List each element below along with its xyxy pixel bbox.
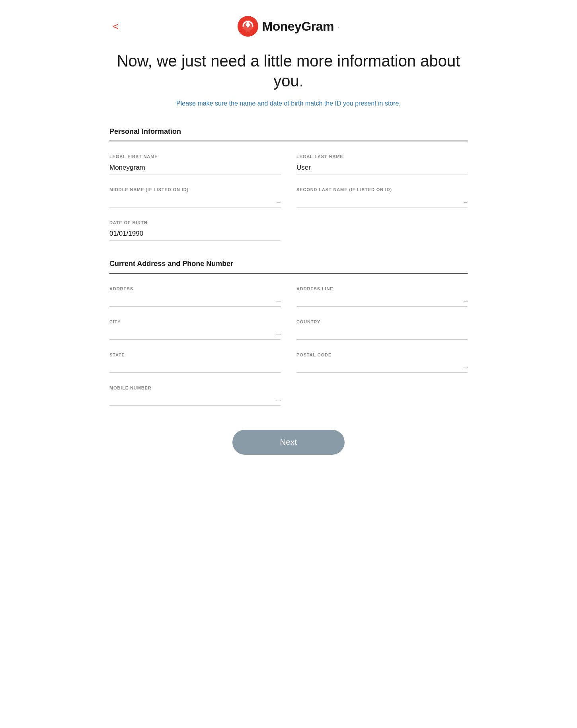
mobile-number-field: MOBILE NUMBER ⎵ bbox=[109, 386, 281, 406]
dob-input[interactable] bbox=[109, 227, 281, 241]
dob-row: DATE OF BIRTH bbox=[109, 220, 468, 241]
postal-code-field: POSTAL CODE ⎵ bbox=[296, 352, 468, 373]
country-label: COUNTRY bbox=[296, 319, 468, 324]
postal-code-icon: ⎵ bbox=[464, 362, 468, 370]
address-line-icon: ⎵ bbox=[464, 296, 468, 303]
page-title: Now, we just need a little more informat… bbox=[109, 51, 468, 91]
state-input[interactable] bbox=[109, 360, 281, 373]
address-icon: ⎵ bbox=[277, 296, 281, 303]
second-last-name-icon: ⎵ bbox=[464, 197, 468, 204]
address-section-title: Current Address and Phone Number bbox=[109, 260, 468, 274]
second-last-name-field: SECOND LAST NAME (IF LISTED ON ID) ⎵ bbox=[296, 187, 468, 207]
mobile-number-input[interactable] bbox=[109, 393, 281, 406]
middle-name-wrapper: ⎵ bbox=[109, 194, 281, 207]
city-field: CITY ⎵ bbox=[109, 319, 281, 340]
middle-name-icon: ⎵ bbox=[277, 197, 281, 204]
legal-last-name-field: LEGAL LAST NAME bbox=[296, 154, 468, 174]
city-label: CITY bbox=[109, 319, 281, 324]
legal-last-name-input[interactable] bbox=[296, 161, 468, 174]
second-last-name-input[interactable] bbox=[296, 194, 468, 207]
city-input[interactable] bbox=[109, 327, 281, 340]
address-wrapper: ⎵ bbox=[109, 294, 281, 307]
address-section: Current Address and Phone Number ADDRESS… bbox=[109, 260, 468, 406]
header: < MoneyGram. bbox=[109, 16, 468, 37]
country-wrapper bbox=[296, 327, 468, 340]
next-button-container: Next bbox=[109, 430, 468, 455]
postal-code-wrapper: ⎵ bbox=[296, 360, 468, 373]
state-field: STATE bbox=[109, 352, 281, 373]
country-input[interactable] bbox=[296, 327, 468, 340]
legal-first-name-label: LEGAL FIRST NAME bbox=[109, 154, 281, 159]
postal-code-label: POSTAL CODE bbox=[296, 352, 468, 357]
personal-information-section: Personal Information LEGAL FIRST NAME LE… bbox=[109, 127, 468, 241]
address-line-input[interactable] bbox=[296, 294, 468, 307]
state-label: STATE bbox=[109, 352, 281, 357]
personal-info-section-title: Personal Information bbox=[109, 127, 468, 141]
legal-first-name-field: LEGAL FIRST NAME bbox=[109, 154, 281, 174]
mobile-number-label: MOBILE NUMBER bbox=[109, 386, 281, 390]
state-wrapper bbox=[109, 360, 281, 373]
dob-wrapper bbox=[109, 227, 281, 241]
logo-dot: . bbox=[338, 23, 339, 30]
dob-field: DATE OF BIRTH bbox=[109, 220, 281, 241]
second-last-name-label: SECOND LAST NAME (IF LISTED ON ID) bbox=[296, 187, 468, 192]
address-line-label: ADDRESS LINE bbox=[296, 286, 468, 291]
address-field: ADDRESS ⎵ bbox=[109, 286, 281, 307]
legal-last-name-wrapper bbox=[296, 161, 468, 174]
legal-last-name-label: LEGAL LAST NAME bbox=[296, 154, 468, 159]
moneygram-logo-icon bbox=[238, 16, 258, 37]
city-country-row: CITY ⎵ COUNTRY bbox=[109, 319, 468, 340]
dob-label: DATE OF BIRTH bbox=[109, 220, 281, 225]
city-icon: ⎵ bbox=[277, 329, 281, 337]
postal-code-input[interactable] bbox=[296, 360, 468, 373]
middle-name-input[interactable] bbox=[109, 194, 281, 207]
state-postal-row: STATE POSTAL CODE ⎵ bbox=[109, 352, 468, 373]
address-input[interactable] bbox=[109, 294, 281, 307]
mobile-row: MOBILE NUMBER ⎵ bbox=[109, 386, 468, 406]
mobile-number-icon: ⎵ bbox=[277, 395, 281, 403]
legal-first-name-input[interactable] bbox=[109, 161, 281, 174]
next-button[interactable]: Next bbox=[232, 430, 345, 455]
logo: MoneyGram. bbox=[238, 16, 340, 37]
back-button[interactable]: < bbox=[109, 20, 122, 33]
address-line-field: ADDRESS LINE ⎵ bbox=[296, 286, 468, 307]
middle-name-field: MIDDLE NAME (IF LISTED ON ID) ⎵ bbox=[109, 187, 281, 207]
country-field: COUNTRY bbox=[296, 319, 468, 340]
second-last-name-wrapper: ⎵ bbox=[296, 194, 468, 207]
logo-text: MoneyGram bbox=[262, 19, 334, 34]
address-label: ADDRESS bbox=[109, 286, 281, 291]
address-row: ADDRESS ⎵ ADDRESS LINE ⎵ bbox=[109, 286, 468, 307]
city-wrapper: ⎵ bbox=[109, 327, 281, 340]
middle-name-label: MIDDLE NAME (IF LISTED ON ID) bbox=[109, 187, 281, 192]
name-row: LEGAL FIRST NAME LEGAL LAST NAME bbox=[109, 154, 468, 174]
middle-second-row: MIDDLE NAME (IF LISTED ON ID) ⎵ SECOND L… bbox=[109, 187, 468, 207]
address-line-wrapper: ⎵ bbox=[296, 294, 468, 307]
legal-first-name-wrapper bbox=[109, 161, 281, 174]
page-subtitle: Please make sure the name and date of bi… bbox=[109, 99, 468, 108]
mobile-number-wrapper: ⎵ bbox=[109, 393, 281, 406]
